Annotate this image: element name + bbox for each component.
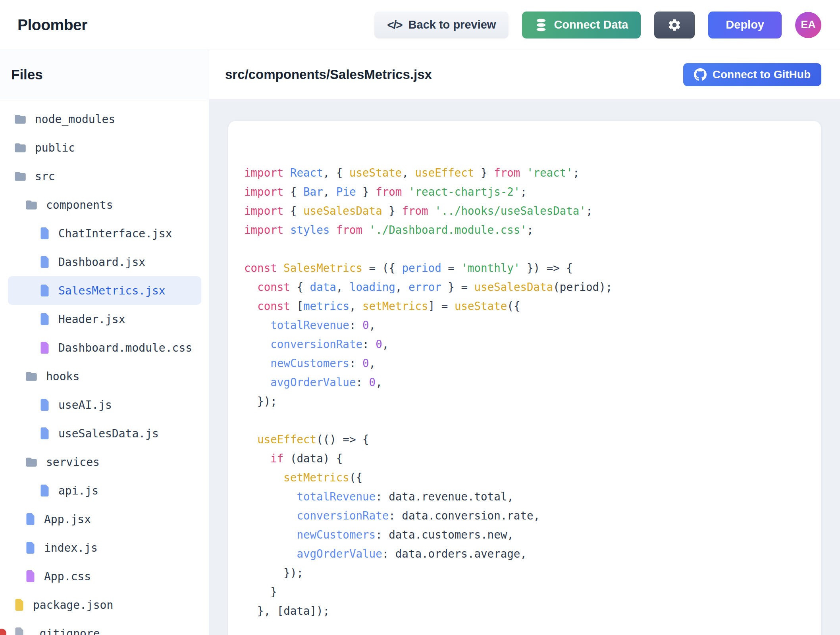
folder-icon bbox=[25, 200, 37, 210]
tree-item-label: useSalesData.js bbox=[58, 427, 159, 440]
tree-item-label: ChatInterface.jsx bbox=[58, 227, 172, 240]
github-icon bbox=[694, 68, 707, 81]
tree-item-label: App.css bbox=[44, 570, 91, 583]
tree-item-label: node_modules bbox=[35, 113, 115, 126]
tree-file-App.css[interactable]: App.css bbox=[8, 562, 201, 591]
file-icon bbox=[14, 599, 24, 611]
code-line: const SalesMetrics = ({ period = 'monthl… bbox=[244, 258, 805, 277]
file-icon bbox=[40, 485, 50, 496]
tree-item-label: services bbox=[46, 456, 100, 469]
file-icon bbox=[40, 427, 50, 439]
code-line: newCustomers: data.customers.new, bbox=[244, 525, 805, 544]
tree-file-App.jsx[interactable]: App.jsx bbox=[8, 505, 201, 533]
code-line: import { useSalesData } from '../hooks/u… bbox=[244, 201, 805, 220]
folder-icon bbox=[25, 457, 37, 467]
tree-item-label: Dashboard.jsx bbox=[58, 256, 145, 269]
tree-item-label: src bbox=[35, 170, 55, 183]
code-line: newCustomers: 0, bbox=[244, 354, 805, 373]
tree-item-label: hooks bbox=[46, 370, 79, 383]
code-line: setMetrics({ bbox=[244, 468, 805, 487]
settings-button[interactable] bbox=[654, 12, 695, 38]
code-line: import { Bar, Pie } from 'react-chartjs-… bbox=[244, 182, 805, 201]
tree-item-label: .gitignore bbox=[33, 627, 100, 635]
tree-item-label: Dashboard.module.css bbox=[58, 341, 192, 354]
editor-content: import React, { useState, useEffect } fr… bbox=[209, 99, 840, 635]
code-line: totalRevenue: data.revenue.total, bbox=[244, 487, 805, 506]
app-root: Ploomber </> Back to preview Connect Dat… bbox=[0, 0, 840, 635]
avatar[interactable]: EA bbox=[795, 12, 821, 38]
tree-file-useAI.js[interactable]: useAI.js bbox=[8, 391, 201, 419]
tree-item-label: components bbox=[46, 198, 113, 212]
file-icon bbox=[40, 256, 50, 268]
tree-file-useSalesData.js[interactable]: useSalesData.js bbox=[8, 419, 201, 448]
file-icon bbox=[40, 285, 50, 296]
tree-item-label: public bbox=[35, 141, 75, 154]
tree-item-label: SalesMetrics.jsx bbox=[58, 284, 166, 297]
tree-file-Dashboard.jsx[interactable]: Dashboard.jsx bbox=[8, 248, 201, 276]
tree-folder-services[interactable]: services bbox=[8, 448, 201, 476]
code-card: import React, { useState, useEffect } fr… bbox=[228, 121, 821, 635]
file-icon bbox=[25, 542, 35, 554]
deploy-label: Deploy bbox=[726, 18, 764, 31]
code-line bbox=[244, 239, 805, 258]
file-icon bbox=[25, 513, 35, 525]
code-line: conversionRate: 0, bbox=[244, 335, 805, 354]
tree-folder-components[interactable]: components bbox=[8, 190, 201, 219]
connect-data-label: Connect Data bbox=[554, 18, 628, 31]
back-to-preview-button[interactable]: </> Back to preview bbox=[374, 12, 509, 38]
file-icon bbox=[40, 342, 50, 354]
code-line: }, [data]); bbox=[244, 601, 805, 620]
file-path: src/components/SalesMetrics.jsx bbox=[225, 67, 432, 82]
code-line: if (data) { bbox=[244, 449, 805, 468]
body-row: Files node_modulespublicsrccomponentsCha… bbox=[0, 50, 840, 635]
code-line: const [metrics, setMetrics] = useState({ bbox=[244, 296, 805, 316]
back-to-preview-label: Back to preview bbox=[408, 18, 496, 31]
folder-icon bbox=[25, 371, 37, 381]
folder-icon bbox=[14, 143, 26, 153]
files-title: Files bbox=[11, 67, 43, 83]
tree-file-SalesMetrics.jsx[interactable]: SalesMetrics.jsx bbox=[8, 276, 201, 305]
tree-file-api.js[interactable]: api.js bbox=[8, 476, 201, 505]
code-editor[interactable]: import React, { useState, useEffect } fr… bbox=[228, 121, 821, 635]
tree-file-ChatInterface.jsx[interactable]: ChatInterface.jsx bbox=[8, 219, 201, 248]
tree-item-label: Header.jsx bbox=[58, 313, 125, 326]
connect-github-label: Connect to GitHub bbox=[713, 68, 811, 81]
folder-icon bbox=[14, 171, 26, 181]
tree-item-label: App.jsx bbox=[44, 513, 91, 526]
folder-icon bbox=[14, 114, 26, 124]
gear-icon bbox=[667, 18, 682, 32]
tree-folder-public[interactable]: public bbox=[8, 133, 201, 162]
tree-item-label: package.json bbox=[33, 598, 113, 612]
code-line: import React, { useState, useEffect } fr… bbox=[244, 163, 805, 182]
code-line: totalRevenue: 0, bbox=[244, 316, 805, 335]
tree-folder-node_modules[interactable]: node_modules bbox=[8, 105, 201, 133]
code-line: conversionRate: data.conversion.rate, bbox=[244, 506, 805, 525]
code-line bbox=[244, 411, 805, 430]
file-path-bar: src/components/SalesMetrics.jsx Connect … bbox=[209, 50, 840, 99]
tree-file-Header.jsx[interactable]: Header.jsx bbox=[8, 305, 201, 333]
code-line: const { data, loading, error } = useSale… bbox=[244, 277, 805, 296]
top-header: Ploomber </> Back to preview Connect Dat… bbox=[0, 0, 840, 50]
database-icon bbox=[535, 18, 547, 32]
brand-logo: Ploomber bbox=[17, 16, 87, 34]
tree-file-index.js[interactable]: index.js bbox=[8, 533, 201, 562]
code-line: useEffect(() => { bbox=[244, 430, 805, 449]
header-actions: </> Back to preview Connect Data Deploy … bbox=[374, 12, 821, 38]
code-line: } bbox=[244, 582, 805, 601]
tree-folder-hooks[interactable]: hooks bbox=[8, 362, 201, 391]
tree-file-package.json[interactable]: package.json bbox=[8, 591, 201, 619]
connect-github-button[interactable]: Connect to GitHub bbox=[683, 63, 821, 86]
file-icon bbox=[40, 227, 50, 239]
tree-item-label: useAI.js bbox=[58, 398, 112, 412]
main-panel: src/components/SalesMetrics.jsx Connect … bbox=[209, 50, 840, 635]
tree-item-label: api.js bbox=[58, 484, 98, 497]
files-sidebar: Files node_modulespublicsrccomponentsCha… bbox=[0, 50, 209, 635]
files-header: Files bbox=[0, 50, 209, 99]
deploy-button[interactable]: Deploy bbox=[708, 12, 782, 38]
connect-data-button[interactable]: Connect Data bbox=[522, 12, 641, 38]
file-icon bbox=[40, 399, 50, 411]
tree-file-.gitignore[interactable]: .gitignore bbox=[8, 619, 201, 635]
file-icon bbox=[25, 570, 35, 582]
tree-file-Dashboard.module.css[interactable]: Dashboard.module.css bbox=[8, 333, 201, 362]
tree-folder-src[interactable]: src bbox=[8, 162, 201, 190]
